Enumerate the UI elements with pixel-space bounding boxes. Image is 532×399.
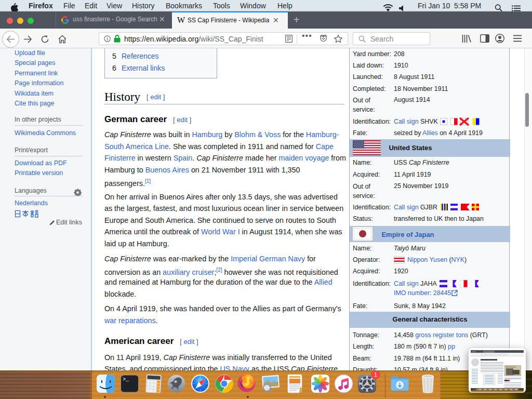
svg-text:>_: >_ bbox=[123, 377, 129, 382]
